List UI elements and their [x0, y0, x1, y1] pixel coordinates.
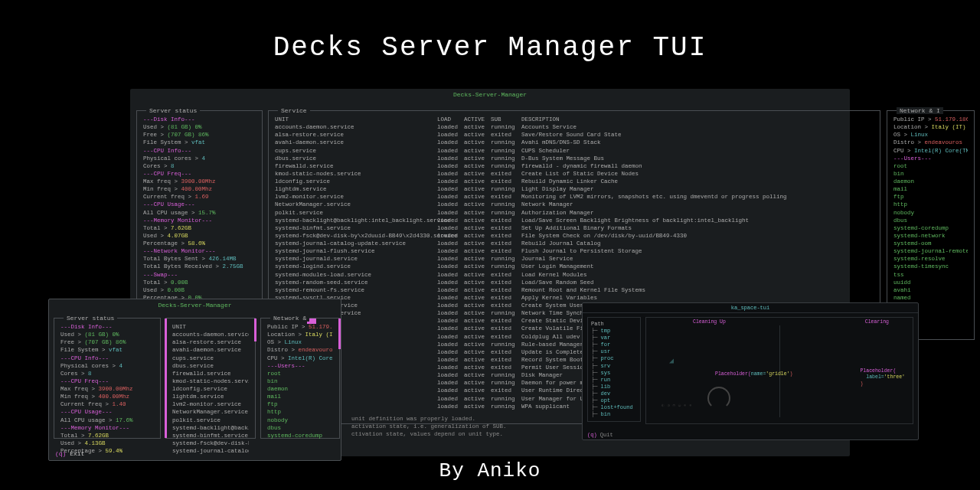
- pane1-title: Cleaning Up: [692, 318, 727, 325]
- tree-item[interactable]: ├─ usr: [591, 348, 637, 355]
- tree-item[interactable]: ├─ run: [591, 377, 637, 384]
- tree-item[interactable]: ├─ opt: [591, 397, 637, 404]
- service-row[interactable]: systemd-journal-catalog-update.servicelo…: [275, 240, 874, 247]
- service-row[interactable]: polkit.service: [172, 416, 249, 424]
- byline: By Aniko: [0, 459, 980, 482]
- service-row[interactable]: systemd-binfmt.serviceloadedactiveexited…: [275, 224, 874, 232]
- service-row[interactable]: ldconfig.service: [172, 385, 249, 393]
- pane2-title: Clearing: [864, 318, 890, 325]
- service-row[interactable]: firewalld.service: [172, 370, 249, 377]
- service-row[interactable]: kmod-static-nodes.service: [172, 377, 249, 385]
- service-row[interactable]: systemd-random-seed.serviceloadedactivee…: [275, 279, 874, 286]
- service-row[interactable]: NetworkManager.serviceloadedactiverunnin…: [275, 201, 874, 208]
- editor-terminal: ka_space-tui Path ├─ tmp├─ var├─ for├─ u…: [582, 302, 919, 440]
- tree-item[interactable]: ├─ dev: [591, 390, 637, 397]
- overlay-terminal: Decks-Server-Manager Server status ---Di…: [48, 299, 341, 461]
- service-row[interactable]: kmod-static-nodes.serviceloadedactiveexi…: [275, 170, 874, 178]
- service-row[interactable]: lightdm.serviceloadedactiverunningLight …: [275, 185, 874, 193]
- service-row[interactable]: cups.serviceloadedactiverunningCUPS Sche…: [275, 147, 874, 155]
- service-row[interactable]: systemd-sysctl.serviceloadedactiveexited…: [275, 294, 874, 302]
- overlay-status-panel: Server status ---Disk Info---Used > (81 …: [54, 318, 161, 439]
- overlay-net-title: Network &: [270, 315, 309, 322]
- service-row[interactable]: cups.service: [172, 354, 249, 362]
- service-row[interactable]: systemd-journald.serviceloadedactiverunn…: [275, 255, 874, 263]
- service-row[interactable]: systemd-modules-load.serviceloadedactive…: [275, 271, 874, 279]
- overlay-status-title: Server status: [64, 315, 117, 322]
- service-row[interactable]: firewalld.serviceloadedactiverunningfire…: [275, 162, 874, 170]
- footer-bar: (q) Exit: [55, 450, 84, 457]
- tree-header: Path: [591, 321, 637, 328]
- overlay-header: Decks-Server-Manager: [49, 299, 341, 311]
- editor-quit-label: Quit: [600, 432, 613, 438]
- service-row[interactable]: dbus.service: [172, 362, 249, 370]
- quit-key[interactable]: (q): [55, 450, 66, 457]
- code-snippet-2: Placeholder( label='three'): [860, 368, 905, 387]
- tree-item[interactable]: ├─ var: [591, 335, 637, 341]
- service-row[interactable]: alsa-restore.service: [172, 338, 249, 346]
- service-row[interactable]: accounts-daemon.serviceloadedactiverunni…: [275, 123, 874, 131]
- service-row[interactable]: dbus.serviceloadedactiverunningD-Bus Sys…: [275, 155, 874, 162]
- service-row[interactable]: lvm2-monitor.serviceloadedactiveexitedMo…: [275, 193, 874, 201]
- service-row[interactable]: systemd-backlight@backlig: [172, 424, 249, 432]
- service-row[interactable]: systemd-backlight@backlight:intel_backli…: [275, 217, 874, 224]
- service-row[interactable]: avahi-daemon.service: [172, 346, 249, 354]
- editor-pane: Cleaning Up Clearing Placeholder(name='g…: [645, 317, 913, 424]
- code-snippet-1: Placeholder(name='gridle'): [715, 371, 792, 377]
- service-row[interactable]: systemd-journal-flush.serviceloadedactiv…: [275, 247, 874, 255]
- tree-item[interactable]: ├─ for: [591, 341, 637, 348]
- service-row[interactable]: systemd-fsck@dev-disk-by\x2duuid-BB49\x2…: [275, 232, 874, 240]
- service-row[interactable]: systemd-binfmt.service: [172, 432, 249, 439]
- server-status-title: Server status: [146, 107, 200, 114]
- tree-item[interactable]: ├─ bin: [591, 411, 637, 418]
- service-row[interactable]: systemd-logind.serviceloadedactiverunnin…: [275, 263, 874, 270]
- service-row[interactable]: avahi-daemon.serviceloadedactiverunningA…: [275, 139, 874, 146]
- service-row[interactable]: systemd-fsck@dev-disk-by\: [172, 439, 249, 447]
- tree-item[interactable]: ├─ sys: [591, 370, 637, 377]
- file-tree[interactable]: Path ├─ tmp├─ var├─ for├─ usr├─ proc├─ s…: [587, 317, 641, 422]
- page-title: Decks Server Manager TUI: [0, 0, 980, 64]
- service-row[interactable]: alsa-restore.serviceloadedactiveexitedSa…: [275, 131, 874, 139]
- service-row[interactable]: NetworkManager.service: [172, 408, 249, 416]
- service-row[interactable]: ldconfig.serviceloadedactiveexitedRebuil…: [275, 178, 874, 185]
- network-title: Network & I: [897, 107, 943, 114]
- tree-item[interactable]: ├─ lost+found: [591, 404, 637, 411]
- editor-title: ka_space-tui: [583, 303, 918, 313]
- tree-item[interactable]: ├─ srv: [591, 363, 637, 370]
- tree-item[interactable]: ├─ tmp: [591, 328, 637, 335]
- editor-quit-key[interactable]: (q): [587, 432, 597, 438]
- service-row[interactable]: accounts-daemon.service: [172, 331, 249, 338]
- service-row[interactable]: systemd-remount-fs.serviceloadedactiveex…: [275, 286, 874, 294]
- service-title: Service: [278, 107, 310, 114]
- overlay-service-panel[interactable]: UNITaccounts-daemon.servicealsa-restore.…: [165, 318, 256, 439]
- service-row[interactable]: lvm2-monitor.service: [172, 400, 249, 408]
- editor-footer: (q) Quit: [587, 432, 613, 438]
- tree-item[interactable]: ├─ proc: [591, 355, 637, 362]
- overlay-network-panel: Network & Public IP > 51.179.186.164Loca…: [260, 318, 340, 439]
- service-row[interactable]: lightdm.service: [172, 393, 249, 400]
- service-row[interactable]: systemd-journal-catalog-u: [172, 447, 249, 455]
- quit-label: Exit: [70, 450, 84, 457]
- tree-item[interactable]: ├─ lib: [591, 384, 637, 390]
- app-header: Decks-Server-Manager: [130, 89, 850, 100]
- service-row[interactable]: polkit.serviceloadedactiverunningAuthori…: [275, 209, 874, 217]
